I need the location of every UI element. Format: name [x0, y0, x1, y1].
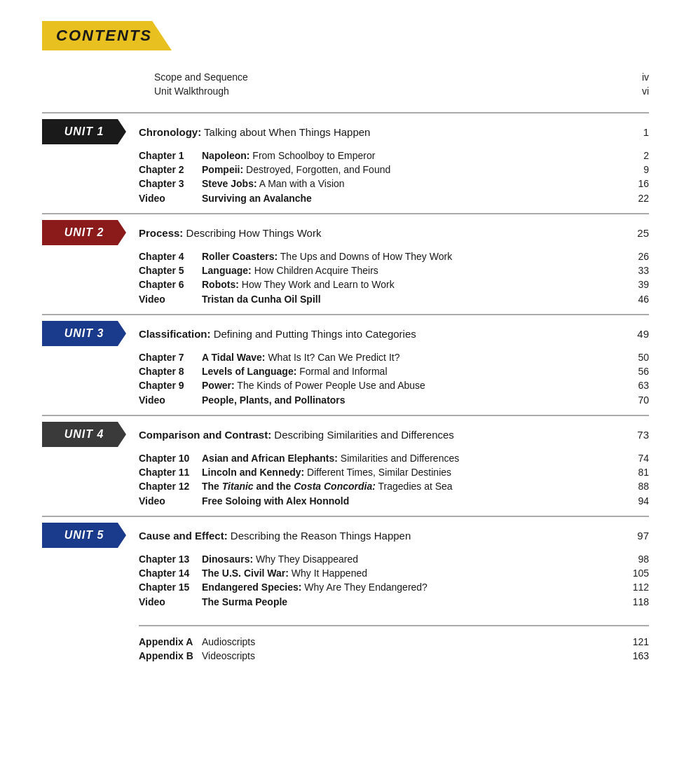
chapter-row-4-2: Chapter 11Lincoln and Kennedy: Different… — [139, 465, 649, 479]
prelim-row-walkthrough: Unit Walkthrough vi — [154, 84, 649, 98]
video-page-2: 46 — [624, 294, 649, 305]
chapter-row-4-1: Chapter 10Asian and African Elephants: S… — [139, 451, 649, 465]
chapter-label-2-2: Chapter 5 — [139, 265, 202, 276]
chapter-title-2-1: Roller Coasters: The Ups and Downs of Ho… — [202, 251, 624, 262]
video-label-3: Video — [139, 394, 202, 406]
chapter-label-5-1: Chapter 13 — [139, 553, 202, 565]
chapter-page-4-3: 88 — [624, 481, 649, 492]
chapter-row-5-3: Chapter 15Endangered Species: Why Are Th… — [139, 580, 649, 594]
chapter-row-2-1: Chapter 4Roller Coasters: The Ups and Do… — [139, 249, 649, 263]
unit-title-5: Cause and Effect: Describing the Reason … — [139, 530, 411, 542]
chapter-page-2-2: 33 — [624, 265, 649, 276]
appendix-page-2: 163 — [624, 650, 649, 661]
chapter-label-3-1: Chapter 7 — [139, 352, 202, 363]
chapter-page-1-3: 16 — [624, 178, 649, 189]
chapter-page-2-1: 26 — [624, 251, 649, 262]
appendix-page-1: 121 — [624, 636, 649, 647]
chapter-page-3-1: 50 — [624, 352, 649, 363]
chapter-title-1-1: Napoleon: From Schoolboy to Emperor — [202, 150, 624, 161]
unit-header-row-4: UNIT 4Comparison and Contrast: Describin… — [42, 415, 649, 447]
contents-title: CONTENTS — [56, 27, 152, 44]
chapter-title-5-3: Endangered Species: Why Are They Endange… — [202, 582, 624, 593]
chapter-title-1-2: Pompeii: Destroyed, Forgotten, and Found — [202, 164, 624, 175]
unit-block-1: UNIT 1Chronology: Talking about When Thi… — [42, 112, 649, 206]
chapter-row-3-2: Chapter 8Levels of Language: Formal and … — [139, 364, 649, 378]
video-row-5: VideoThe Surma People118 — [139, 594, 649, 610]
video-title-3: People, Plants, and Pollinators — [202, 394, 624, 406]
chapter-title-1-3: Steve Jobs: A Man with a Vision — [202, 178, 624, 189]
prelim-label-walkthrough: Unit Walkthrough — [154, 85, 229, 97]
chapter-section-1: Chapter 1Napoleon: From Schoolboy to Emp… — [139, 149, 649, 206]
chapter-page-2-3: 39 — [624, 279, 649, 290]
unit-page-4: 73 — [628, 429, 649, 441]
chapter-label-4-1: Chapter 10 — [139, 453, 202, 464]
chapter-title-5-1: Dinosaurs: Why They Disappeared — [202, 553, 624, 565]
chapter-label-3-2: Chapter 8 — [139, 366, 202, 377]
prelim-row-scope: Scope and Sequence iv — [154, 70, 649, 84]
unit-title-4: Comparison and Contrast: Describing Simi… — [139, 429, 454, 441]
unit-title-area-3: Classification: Defining and Putting Thi… — [139, 321, 649, 346]
unit-header-row-1: UNIT 1Chronology: Talking about When Thi… — [42, 112, 649, 144]
chapter-label-4-2: Chapter 11 — [139, 467, 202, 478]
chapter-row-5-1: Chapter 13Dinosaurs: Why They Disappeare… — [139, 552, 649, 566]
video-page-5: 118 — [624, 596, 649, 607]
unit-title-area-1: Chronology: Talking about When Things Ha… — [139, 119, 649, 144]
unit-header-row-2: UNIT 2Process: Describing How Things Wor… — [42, 213, 649, 245]
chapter-title-3-1: A Tidal Wave: What Is It? Can We Predict… — [202, 352, 624, 363]
units-container: UNIT 1Chronology: Talking about When Thi… — [42, 112, 649, 610]
unit-header-row-3: UNIT 3Classification: Defining and Putti… — [42, 314, 649, 346]
chapter-row-3-3: Chapter 9Power: The Kinds of Power Peopl… — [139, 378, 649, 392]
chapter-page-1-2: 9 — [624, 164, 649, 175]
appendix-section: Appendix AAudioscripts121Appendix BVideo… — [139, 625, 649, 663]
video-row-1: VideoSurviving an Avalanche22 — [139, 191, 649, 206]
unit-badge-1: UNIT 1 — [42, 119, 126, 144]
video-row-3: VideoPeople, Plants, and Pollinators70 — [139, 392, 649, 408]
chapter-label-5-2: Chapter 14 — [139, 568, 202, 579]
unit-block-3: UNIT 3Classification: Defining and Putti… — [42, 314, 649, 408]
chapter-section-2: Chapter 4Roller Coasters: The Ups and Do… — [139, 249, 649, 307]
chapter-title-2-2: Language: How Children Acquire Theirs — [202, 265, 624, 276]
chapter-row-1-3: Chapter 3Steve Jobs: A Man with a Vision… — [139, 177, 649, 191]
video-label-1: Video — [139, 193, 202, 204]
unit-title-area-4: Comparison and Contrast: Describing Simi… — [139, 422, 649, 447]
chapter-label-1-1: Chapter 1 — [139, 150, 202, 161]
chapter-label-2-1: Chapter 4 — [139, 251, 202, 262]
unit-badge-5: UNIT 5 — [42, 523, 126, 548]
video-page-1: 22 — [624, 193, 649, 204]
chapter-page-3-3: 63 — [624, 380, 649, 391]
unit-header-row-5: UNIT 5Cause and Effect: Describing the R… — [42, 516, 649, 548]
chapter-section-3: Chapter 7A Tidal Wave: What Is It? Can W… — [139, 350, 649, 408]
appendix-row-2: Appendix BVideoscripts163 — [139, 649, 649, 663]
unit-title-3: Classification: Defining and Putting Thi… — [139, 328, 416, 340]
unit-block-4: UNIT 4Comparison and Contrast: Describin… — [42, 415, 649, 509]
chapter-title-5-2: The U.S. Civil War: Why It Happened — [202, 568, 624, 579]
prelim-label-scope: Scope and Sequence — [154, 71, 248, 83]
chapter-title-4-3: The Titanic and the Costa Concordia: Tra… — [202, 481, 624, 492]
unit-title-area-2: Process: Describing How Things Work25 — [139, 220, 649, 245]
appendix-label-2: Appendix B — [139, 650, 202, 661]
chapter-row-2-2: Chapter 5Language: How Children Acquire … — [139, 263, 649, 277]
video-label-5: Video — [139, 596, 202, 607]
chapter-title-4-2: Lincoln and Kennedy: Different Times, Si… — [202, 467, 624, 478]
video-title-1: Surviving an Avalanche — [202, 193, 624, 204]
chapter-page-1-1: 2 — [624, 150, 649, 161]
chapter-label-3-3: Chapter 9 — [139, 380, 202, 391]
unit-page-2: 25 — [628, 227, 649, 239]
chapter-row-3-1: Chapter 7A Tidal Wave: What Is It? Can W… — [139, 350, 649, 364]
contents-badge: CONTENTS — [42, 21, 172, 50]
appendix-title-1: Audioscripts — [202, 636, 624, 647]
video-title-4: Free Soloing with Alex Honnold — [202, 495, 624, 507]
unit-page-3: 49 — [628, 328, 649, 340]
video-row-2: VideoTristan da Cunha Oil Spill46 — [139, 291, 649, 307]
chapter-row-1-1: Chapter 1Napoleon: From Schoolboy to Emp… — [139, 149, 649, 163]
chapter-page-5-2: 105 — [624, 568, 649, 579]
unit-title-2: Process: Describing How Things Work — [139, 227, 321, 239]
chapter-page-5-3: 112 — [624, 582, 649, 593]
unit-badge-3: UNIT 3 — [42, 321, 126, 346]
video-page-4: 94 — [624, 495, 649, 507]
unit-block-2: UNIT 2Process: Describing How Things Wor… — [42, 213, 649, 307]
page: CONTENTS Scope and Sequence iv Unit Walk… — [0, 0, 691, 784]
unit-page-5: 97 — [628, 530, 649, 542]
chapter-row-4-3: Chapter 12The Titanic and the Costa Conc… — [139, 479, 649, 493]
video-label-4: Video — [139, 495, 202, 507]
